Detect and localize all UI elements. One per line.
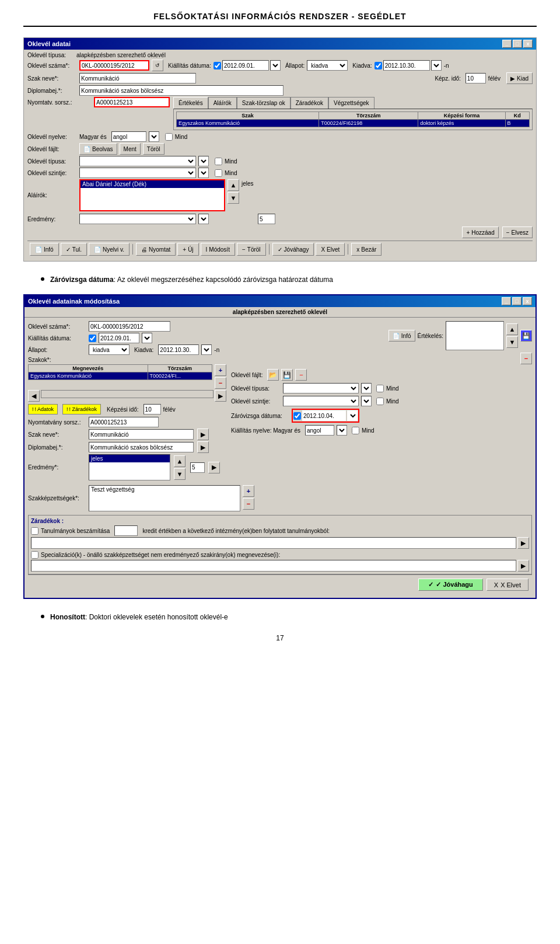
modal-oklevél-tipusa-dropdown[interactable]: ▼ (361, 383, 372, 393)
mind-checkbox-2[interactable] (215, 158, 222, 165)
tab-értékelés[interactable]: Értékelés (173, 97, 208, 109)
minus-right-icon[interactable]: − (520, 353, 532, 364)
modal-szakképzettségek-list[interactable]: Teszt végzettség (89, 485, 240, 511)
fájlt-read-icon[interactable]: 📂 (267, 369, 279, 381)
modal-oklevél-szintje-select[interactable] (283, 396, 359, 406)
modal-kiállítás-nyelv-input[interactable] (305, 425, 334, 436)
értékelés-scroll-up[interactable]: ▲ (506, 323, 518, 335)
mind-checkbox-3[interactable] (215, 169, 222, 177)
szak-neve-input[interactable] (79, 73, 196, 83)
modal-kiállítás-dropdown[interactable]: ▼ (142, 333, 152, 343)
eredmény-scroll-down[interactable]: ▼ (174, 468, 186, 480)
allapot-select[interactable]: kiadva (307, 60, 348, 71)
modal-kiadva-input[interactable] (158, 344, 199, 355)
szakok-plus-btn[interactable]: + (215, 364, 226, 376)
tanulmányok-checkbox[interactable] (31, 527, 38, 535)
minimize-btn-1[interactable]: _ (502, 40, 512, 48)
kiadva-checkbox[interactable] (374, 62, 382, 69)
modal-mind-checkbox-1[interactable] (376, 385, 384, 392)
diplomabej-arrow-icon[interactable]: ▶ (197, 441, 209, 453)
szak-neve-arrow-icon[interactable]: ▶ (197, 429, 209, 440)
modal-oklevél-tipusa-select[interactable] (283, 383, 359, 393)
jóváhagy-btn[interactable]: ✓ Jóváhagy (272, 243, 314, 256)
specializáció-checkbox[interactable] (31, 551, 38, 559)
modal-diplomabej-input[interactable] (89, 442, 194, 452)
adatok-btn[interactable]: ! ! Adatok (28, 404, 58, 414)
oklevél-szintje-dropdown[interactable]: ▼ (198, 168, 209, 178)
refresh-icon[interactable]: ↺ (152, 60, 163, 71)
elvet-btn[interactable]: X Elvet (316, 243, 345, 256)
záróvizsga-checkbox[interactable] (293, 412, 301, 420)
kiadva-input[interactable] (383, 60, 430, 71)
oklevél-nyelve-input[interactable] (111, 131, 146, 142)
modal-oklevél-szintje-dropdown[interactable]: ▼ (361, 396, 372, 406)
kiad-button[interactable]: ▶ Kiad (506, 72, 533, 84)
oklevél-tipusa-select[interactable] (79, 156, 196, 166)
tab-aláírók[interactable]: Aláírók (208, 97, 237, 109)
eredmény-dropdown[interactable]: ▼ (198, 214, 209, 224)
kiadás-datum-input[interactable] (222, 60, 269, 71)
modal-jóváhagy-btn[interactable]: ✓ ✓ Jóváhagu (418, 579, 482, 591)
hozzáad-button[interactable]: + Hozzáad (462, 227, 498, 238)
diplomabej-input[interactable] (79, 85, 284, 96)
modal-eredmény-item[interactable]: jeles (89, 455, 170, 462)
modal-specializáció-list[interactable] (31, 560, 516, 572)
szakképzettségek-plus-btn[interactable]: + (243, 485, 254, 497)
specializáció-arrow-icon[interactable]: ▶ (517, 560, 529, 572)
modal-eredmény-list[interactable]: jeles (89, 454, 170, 480)
töröl-toolbar-btn[interactable]: − Töröl (237, 243, 266, 256)
modal-mind-checkbox-3[interactable] (352, 427, 359, 434)
eredmény-select[interactable] (79, 214, 196, 224)
tanulmányok-arrow-icon[interactable]: ▶ (517, 537, 529, 549)
oklevél-nyelve-dropdown[interactable]: ▼ (149, 131, 159, 142)
modal-elvet-btn[interactable]: X X Elvet (487, 579, 528, 591)
modal-tanulmányok-list[interactable] (31, 537, 516, 549)
save-icon-right[interactable]: 💾 (520, 330, 532, 342)
aláírók-item-1[interactable]: Abai Dániel József (Dék) (80, 180, 224, 188)
modal-mind-checkbox-2[interactable] (376, 398, 384, 405)
nyomtat-btn[interactable]: 🖨 Nyomtat (136, 243, 176, 256)
mind-checkbox-1[interactable] (165, 133, 173, 141)
modal-info-btn[interactable]: 📄 Infó (388, 330, 415, 342)
eredmény-input[interactable] (258, 214, 275, 224)
eredmény-scroll-up[interactable]: ▲ (174, 455, 186, 467)
új-btn[interactable]: + Új (177, 243, 198, 256)
módosít-btn[interactable]: I Módosít (201, 243, 235, 256)
kiadás-datum-dropdown[interactable]: ▼ (270, 60, 281, 71)
fájlt-delete-icon[interactable]: − (295, 369, 307, 381)
modal-szakok-row-1[interactable]: Egyszakos Kommunikáció T000224/FI... (29, 372, 212, 380)
modal-szak-neve-input[interactable] (89, 429, 194, 440)
oklevél-szama-input[interactable] (79, 60, 149, 71)
tab-végzettségek[interactable]: Végzettségek (328, 97, 374, 109)
szakok-minus-btn[interactable]: − (215, 377, 226, 389)
scroll-up-icon[interactable]: ▲ (228, 179, 239, 191)
modal-kiállítás-checkbox[interactable] (89, 335, 96, 342)
ment-button[interactable]: Ment (120, 143, 141, 155)
záróvizsga-input[interactable] (302, 410, 346, 421)
modal-eredmény-num-input[interactable] (190, 462, 205, 473)
scroll-down-icon[interactable]: ▼ (228, 192, 239, 204)
maximize-btn-1[interactable]: □ (513, 40, 522, 48)
tab-záradékok[interactable]: Záradékok (290, 97, 328, 109)
info-toolbar-btn[interactable]: 📄 Infó (30, 243, 59, 256)
close-btn-1[interactable]: x (523, 40, 533, 48)
bezár-btn[interactable]: x Bezár (351, 243, 382, 256)
szakképzettségek-minus-btn[interactable]: − (243, 498, 254, 510)
záróvizsga-dropdown[interactable]: ▼ (347, 410, 358, 421)
fájlt-save-icon[interactable]: 💾 (281, 369, 293, 381)
modal-close-btn[interactable]: x (523, 297, 532, 305)
modal-allapot-select[interactable]: kiadva (89, 344, 130, 355)
tab-szak-törzslap[interactable]: Szak-törzslap ok (237, 97, 290, 109)
modal-oklevél-szama-input[interactable] (89, 321, 170, 332)
kiadva-dropdown[interactable]: ▼ (431, 60, 442, 71)
modal-kredit-input[interactable] (114, 525, 138, 536)
tul-btn[interactable]: ✓ Tul. (61, 243, 87, 256)
nyelviv-btn[interactable]: 📄 Nyelvi v. (89, 243, 130, 256)
modal-maximize-btn[interactable]: □ (512, 297, 522, 305)
modal-kiadva-dropdown[interactable]: ▼ (201, 344, 212, 355)
aláírók-list[interactable]: Abai Dániel József (Dék) (79, 179, 225, 211)
modal-minimize-btn[interactable]: _ (502, 297, 511, 305)
oklevél-tipusa-dropdown[interactable]: ▼ (198, 156, 209, 166)
töröl-button[interactable]: Töröl (143, 143, 164, 155)
nyomtatv-input[interactable] (94, 97, 170, 107)
